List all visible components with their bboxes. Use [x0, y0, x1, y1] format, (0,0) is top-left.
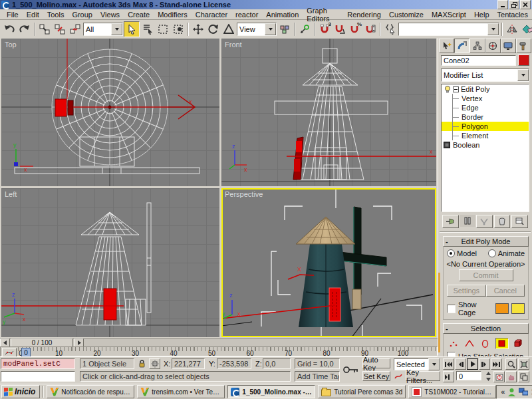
- trackbar-frame-indicator[interactable]: 0: [21, 348, 31, 357]
- stack-subobject-item[interactable]: Element: [442, 131, 529, 140]
- key-filters-button[interactable]: Key Filters...: [406, 371, 440, 381]
- viewport-top[interactable]: Top: [1, 39, 219, 186]
- menu-item[interactable]: Character: [192, 10, 231, 19]
- select-and-scale-icon[interactable]: [221, 22, 236, 37]
- menu-item[interactable]: Tools: [43, 10, 68, 19]
- object-name-field[interactable]: Cone02: [441, 55, 516, 66]
- panel-scroll-indicator[interactable]: [438, 273, 440, 352]
- angle-snap-toggle-icon[interactable]: [332, 22, 347, 37]
- viewport-perspective[interactable]: Perspective: [221, 188, 436, 337]
- previous-frame-button[interactable]: [455, 358, 466, 370]
- named-selection-sets-icon[interactable]: [383, 22, 398, 37]
- mirror-icon[interactable]: [505, 22, 519, 37]
- x-coord-field[interactable]: 221,277: [172, 358, 205, 369]
- polygon-mode-icon[interactable]: [495, 338, 509, 349]
- auto-key-button[interactable]: Auto Key: [362, 358, 390, 368]
- current-frame-field[interactable]: 0: [456, 371, 481, 380]
- edge-mode-icon[interactable]: [464, 338, 475, 348]
- menu-item[interactable]: Views: [96, 10, 124, 19]
- menu-item[interactable]: MAXScript: [428, 10, 470, 19]
- frame-spinner[interactable]: [485, 371, 491, 382]
- go-to-start-button[interactable]: [443, 358, 454, 370]
- taskbar-task-button[interactable]: Tutorial Pere comas 3d: [318, 385, 406, 398]
- collapse-tree-icon[interactable]: [453, 86, 459, 92]
- frame-forward-arrow[interactable]: [74, 338, 84, 347]
- y-coord-field[interactable]: -253,598: [217, 358, 251, 369]
- zoom-tool-icon[interactable]: [505, 358, 517, 370]
- play-button[interactable]: [467, 358, 478, 370]
- use-center-flyout-icon[interactable]: [277, 22, 292, 37]
- redo-button[interactable]: [17, 22, 32, 37]
- menu-item[interactable]: Modifiers: [154, 10, 192, 19]
- modifier-list-dropdown[interactable]: Modifier List: [441, 68, 529, 82]
- taskbar-task-button[interactable]: 1_500_Molino.max - ...: [227, 385, 315, 398]
- start-button[interactable]: Inicio: [1, 385, 40, 398]
- rectangular-selection-region-icon[interactable]: [156, 22, 170, 37]
- rollout-collapse-icon[interactable]: -: [446, 237, 448, 245]
- absolute-offset-toggle-icon[interactable]: [149, 358, 160, 369]
- dropdown-arrow-icon[interactable]: [111, 23, 122, 35]
- lightbulb-icon[interactable]: [444, 85, 452, 93]
- configure-modifier-sets-button[interactable]: [511, 215, 528, 228]
- modify-tab-icon[interactable]: [454, 39, 469, 53]
- unlink-selection-icon[interactable]: [53, 22, 67, 37]
- animate-radio[interactable]: Animate: [488, 249, 525, 257]
- element-mode-icon[interactable]: [513, 338, 525, 348]
- show-end-result-button[interactable]: [460, 215, 475, 227]
- window-crossing-toggle-icon[interactable]: [171, 22, 186, 37]
- default-in-out-tangents-icon[interactable]: [394, 371, 403, 382]
- messenger-tray-icon[interactable]: [507, 388, 516, 396]
- zoom-extents-icon[interactable]: [518, 358, 529, 370]
- taskbar-task-button[interactable]: TS10M002 - Tutorial ava...: [408, 385, 496, 398]
- viewport-front-label[interactable]: Front: [225, 41, 242, 49]
- remove-modifier-button[interactable]: [494, 215, 511, 228]
- selection-header[interactable]: - Selection: [443, 323, 529, 334]
- selection-filter-dropdown[interactable]: All: [83, 23, 123, 36]
- commit-button[interactable]: Commit: [459, 269, 513, 281]
- hierarchy-tab-icon[interactable]: [469, 39, 485, 53]
- reference-coordinate-system-dropdown[interactable]: View: [237, 23, 277, 36]
- set-key-button[interactable]: Set Key: [362, 371, 390, 381]
- time-configuration-button[interactable]: [493, 371, 505, 382]
- selection-lock-icon[interactable]: [136, 358, 147, 369]
- named-selection-dropdown[interactable]: [398, 23, 499, 36]
- menu-item[interactable]: Customize: [385, 10, 428, 19]
- open-mini-curve-editor-button[interactable]: [2, 348, 17, 357]
- dropdown-arrow-icon[interactable]: [487, 23, 499, 35]
- menu-item[interactable]: Create: [124, 10, 154, 19]
- dropdown-arrow-icon[interactable]: [265, 23, 276, 35]
- maximize-viewport-toggle-icon[interactable]: [518, 371, 529, 382]
- go-to-end-button[interactable]: [491, 358, 502, 370]
- undo-button[interactable]: [2, 22, 17, 37]
- maxscript-mini-listener[interactable]: modPanel.setC: [1, 358, 75, 369]
- rollout-collapse-icon[interactable]: -: [446, 325, 448, 332]
- frame-back-arrow[interactable]: [0, 338, 10, 347]
- make-unique-button[interactable]: [476, 215, 493, 228]
- vertex-mode-icon[interactable]: [448, 338, 460, 348]
- display-tab-icon[interactable]: [501, 39, 516, 53]
- restore-button[interactable]: [509, 0, 519, 9]
- z-coord-field[interactable]: 0,0: [263, 358, 291, 369]
- menu-item[interactable]: Group: [68, 10, 96, 19]
- viewport-top-label[interactable]: Top: [5, 41, 17, 49]
- next-frame-button[interactable]: [479, 358, 490, 370]
- model-radio[interactable]: Model: [447, 249, 477, 257]
- menu-item[interactable]: Animation: [262, 10, 303, 19]
- select-and-rotate-icon[interactable]: [206, 22, 221, 37]
- stack-subobject-item[interactable]: Border: [442, 112, 529, 122]
- taskbar-task-button[interactable]: Notificación de respuest...: [47, 385, 134, 398]
- cage-color-swatch[interactable]: [495, 303, 509, 314]
- time-slider-handle[interactable]: 0 / 100: [11, 338, 73, 347]
- show-cage-checkbox[interactable]: [447, 305, 456, 313]
- stack-item-boolean[interactable]: Boolean: [442, 140, 529, 150]
- dropdown-arrow-icon[interactable]: [517, 69, 529, 81]
- menu-item[interactable]: reactor: [231, 10, 262, 19]
- viewport-perspective-label[interactable]: Perspective: [225, 190, 263, 198]
- menu-item[interactable]: File: [3, 10, 23, 19]
- cancel-button[interactable]: Cancel: [486, 285, 525, 297]
- select-and-manipulate-icon[interactable]: [297, 22, 312, 37]
- snap-toggle-3d-icon[interactable]: 3: [317, 22, 332, 37]
- select-object-button[interactable]: [124, 21, 140, 37]
- tray-collapse-chevron[interactable]: «: [501, 388, 505, 396]
- taskbar-task-button[interactable]: trensim.com • Ver Tema ...: [137, 385, 225, 398]
